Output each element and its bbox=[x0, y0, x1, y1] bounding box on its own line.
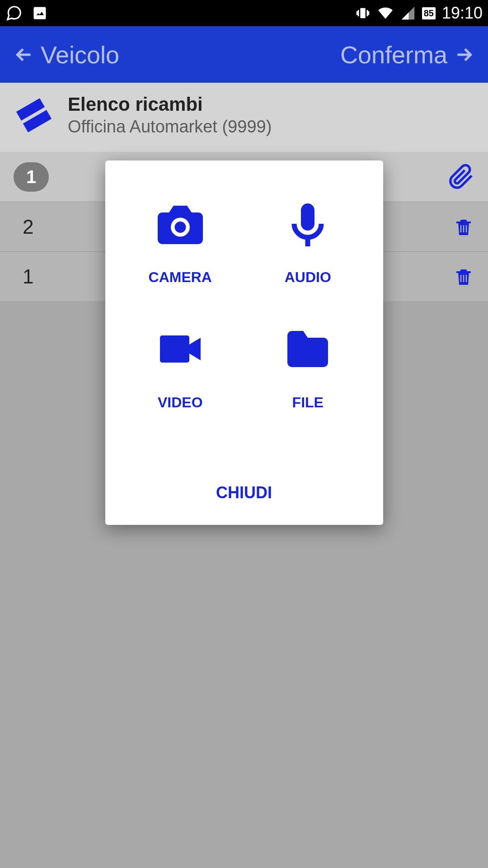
attachment-dialog: CAMERA AUDIO bbox=[105, 160, 383, 525]
camera-label: CAMERA bbox=[149, 269, 212, 286]
video-label: VIDEO bbox=[158, 394, 203, 411]
svg-point-5 bbox=[174, 222, 186, 233]
audio-label: AUDIO bbox=[285, 269, 331, 286]
audio-option[interactable]: AUDIO bbox=[246, 188, 370, 295]
microphone-icon bbox=[281, 197, 335, 251]
file-label: FILE bbox=[292, 394, 324, 411]
video-icon bbox=[153, 322, 207, 376]
camera-icon bbox=[153, 197, 207, 251]
folder-icon bbox=[281, 322, 335, 376]
attachment-dialog-overlay[interactable]: CAMERA AUDIO bbox=[0, 0, 488, 868]
close-button[interactable]: CHIUDI bbox=[119, 465, 370, 511]
video-option[interactable]: VIDEO bbox=[119, 313, 242, 420]
svg-rect-7 bbox=[160, 335, 189, 363]
svg-rect-6 bbox=[301, 203, 314, 231]
camera-option[interactable]: CAMERA bbox=[119, 188, 242, 295]
file-option[interactable]: FILE bbox=[246, 313, 370, 420]
